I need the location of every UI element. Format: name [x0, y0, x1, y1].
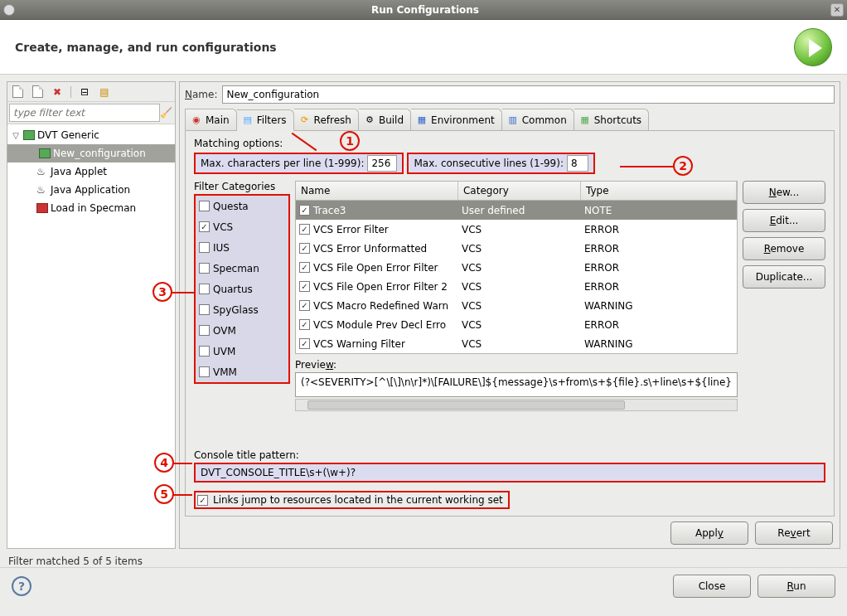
filter-category-item[interactable]: Specman: [196, 258, 288, 279]
clear-filter-icon[interactable]: 🧹: [160, 106, 173, 119]
table-row[interactable]: ✓VCS File Open Error FilterVCSERROR: [296, 258, 737, 277]
delete-config-icon[interactable]: ✖: [51, 85, 64, 99]
filter-category-item[interactable]: Questa: [196, 196, 288, 216]
filter-categories-list[interactable]: Questa✓VCSIUSSpecmanQuartusSpyGlassOVMUV…: [194, 194, 290, 384]
table-row[interactable]: ✓VCS Warning FilterVCSWARNING: [296, 334, 737, 353]
console-title-input[interactable]: DVT_CONSOLE_TITLE\s+(\w+)?: [194, 463, 825, 483]
cell-type: WARNING: [581, 338, 737, 350]
bottom-bar: ? Close Run: [0, 567, 847, 604]
filter-category-item[interactable]: OVM: [196, 320, 288, 341]
apply-button[interactable]: Apply: [670, 521, 748, 545]
tab-shortcuts[interactable]: ▦Shortcuts: [574, 109, 649, 130]
tab-main[interactable]: ◉Main: [185, 109, 237, 130]
callout-line: [620, 166, 675, 167]
left-pane: ✖ ⊟ ▤ 🧹 ▽ DVT Generic New_configuration …: [7, 81, 176, 549]
callout-1: 1: [340, 131, 360, 151]
filter-category-item[interactable]: VMM: [196, 361, 288, 382]
close-icon[interactable]: ✕: [830, 3, 844, 17]
run-button[interactable]: Run: [757, 575, 835, 598]
filter-category-item[interactable]: IUS: [196, 237, 288, 258]
new-config-icon[interactable]: [11, 85, 24, 99]
row-checkbox[interactable]: ✓: [299, 281, 310, 292]
duplicate-button[interactable]: Duplicate...: [743, 265, 825, 289]
tree-label: New_configuration: [53, 148, 146, 159]
table-row[interactable]: ✓Trace3User definedNOTE: [296, 201, 737, 220]
filter-input[interactable]: [9, 104, 160, 122]
checkbox[interactable]: [199, 284, 210, 294]
filter-category-item[interactable]: UVM: [196, 341, 288, 361]
name-input[interactable]: [222, 85, 835, 104]
config-tree[interactable]: ▽ DVT Generic New_configuration ♨ Java A…: [7, 124, 175, 548]
filter-category-item[interactable]: Quartus: [196, 279, 288, 299]
checkbox[interactable]: ✓: [199, 221, 210, 232]
new-button[interactable]: New...: [743, 181, 825, 204]
preview-text: (?<SEVERITY>[^\[\]\n\r]*)\[FAILURE\]${me…: [295, 372, 738, 397]
max-chars-input[interactable]: [367, 155, 397, 172]
header: Create, manage, and run configurations: [0, 20, 847, 75]
help-icon[interactable]: ?: [12, 576, 31, 596]
row-checkbox[interactable]: ✓: [299, 300, 310, 311]
max-lines-input[interactable]: [567, 155, 588, 172]
filter-category-item[interactable]: SpyGlass: [196, 299, 288, 320]
checkbox[interactable]: [199, 242, 210, 253]
filter-table[interactable]: ✓Trace3User definedNOTE✓VCS Error Filter…: [295, 201, 738, 354]
expand-icon[interactable]: ▤: [98, 85, 111, 99]
checkbox[interactable]: [199, 346, 210, 357]
row-checkbox[interactable]: ✓: [299, 338, 310, 349]
row-checkbox[interactable]: ✓: [299, 243, 310, 254]
table-row[interactable]: ✓VCS Module Prev Decl ErroVCSERROR: [296, 315, 737, 334]
tab-environment[interactable]: ▦Environment: [411, 109, 502, 130]
row-checkbox[interactable]: ✓: [299, 224, 310, 235]
close-button[interactable]: Close: [673, 575, 751, 598]
col-category[interactable]: Category: [458, 182, 581, 200]
remove-button[interactable]: Remove: [743, 237, 825, 260]
tab-common[interactable]: ▥Common: [502, 109, 574, 130]
row-checkbox[interactable]: ✓: [299, 319, 310, 330]
checkbox[interactable]: [199, 325, 210, 336]
duplicate-config-icon[interactable]: [31, 85, 44, 99]
callout-line: [172, 494, 192, 496]
filter-category-label: VMM: [213, 366, 237, 378]
collapse-icon[interactable]: ⊟: [78, 85, 91, 99]
tree-item-dvt[interactable]: ▽ DVT Generic: [7, 126, 175, 144]
table-row[interactable]: ✓VCS Error FilterVCSERROR: [296, 220, 737, 239]
filter-category-label: SpyGlass: [213, 304, 259, 316]
links-checkbox[interactable]: ✓: [197, 495, 208, 506]
cell-type: ERROR: [581, 224, 737, 235]
table-row[interactable]: ✓VCS File Open Error Filter 2VCSERROR: [296, 277, 737, 296]
row-checkbox[interactable]: ✓: [299, 262, 310, 273]
revert-button[interactable]: Revert: [755, 521, 833, 545]
scrollbar[interactable]: [295, 399, 738, 411]
col-name[interactable]: Name: [296, 182, 458, 200]
header-title: Create, manage, and run configurations: [15, 41, 794, 54]
row-checkbox[interactable]: ✓: [299, 205, 310, 216]
checkbox[interactable]: [199, 263, 210, 274]
tree-item-new-config[interactable]: New_configuration: [7, 144, 175, 162]
tree-label: Load in Specman: [51, 202, 136, 214]
table-row[interactable]: ✓VCS Macro Redefined WarnVCSWARNING: [296, 296, 737, 315]
matching-options-label: Matching options:: [194, 138, 825, 149]
tree-item-java-app[interactable]: ♨ Java Application: [7, 181, 175, 199]
cell-category: VCS: [458, 319, 581, 331]
expand-toggle-icon[interactable]: ▽: [11, 131, 21, 140]
checkbox[interactable]: [199, 366, 210, 377]
checkbox[interactable]: [199, 304, 210, 315]
tab-build[interactable]: ⚙Build: [359, 109, 411, 130]
common-icon: ▥: [507, 114, 519, 126]
col-type[interactable]: Type: [581, 182, 737, 200]
specman-icon: [36, 203, 48, 213]
tab-filters[interactable]: ▤Filters: [237, 109, 294, 131]
links-checkbox-row[interactable]: ✓ Links jump to resources located in the…: [194, 491, 510, 509]
cell-category: VCS: [458, 262, 581, 274]
filter-category-item[interactable]: ✓VCS: [196, 216, 288, 237]
tree-item-java-applet[interactable]: ♨ Java Applet: [7, 162, 175, 181]
scrollbar-thumb[interactable]: [307, 400, 625, 410]
env-icon: ▦: [416, 114, 428, 126]
cell-category: VCS: [458, 338, 581, 350]
tree-item-specman[interactable]: Load in Specman: [7, 199, 175, 217]
table-row[interactable]: ✓VCS Error UnformattedVCSERROR: [296, 239, 737, 258]
tab-refresh[interactable]: ⟳Refresh: [294, 109, 359, 130]
toolbar-separator: [70, 86, 71, 98]
edit-button[interactable]: Edit...: [743, 209, 825, 232]
checkbox[interactable]: [199, 201, 210, 211]
